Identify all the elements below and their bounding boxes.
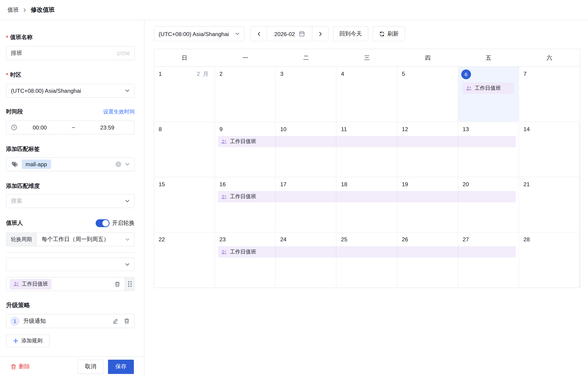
timezone-label: * 时区 — [6, 71, 135, 79]
time-range-separator: ~ — [62, 124, 85, 131]
add-rule-button[interactable]: 添加规则 — [6, 334, 50, 347]
calendar-day-cell[interactable]: 27 — [458, 232, 519, 287]
calendar-day-cell[interactable]: 6工作日值班 — [458, 67, 519, 122]
calendar-day-cell[interactable]: 18 — [336, 177, 397, 232]
duty-event-chip[interactable]: 工作日值班 — [463, 83, 514, 94]
match-dimension-label: 添加匹配维度 — [6, 183, 135, 190]
breadcrumb: 值班 修改值班 — [8, 6, 55, 14]
time-range-input[interactable]: 00:00 ~ 23:59 — [6, 120, 135, 135]
calendar-timezone-select[interactable]: (UTC+08:00) Asia/Shanghai — [154, 26, 244, 41]
add-member-select[interactable] — [6, 258, 135, 271]
calendar-day-cell[interactable]: 23 — [215, 232, 276, 287]
chevron-down-icon — [125, 162, 130, 167]
clear-icon[interactable]: × — [116, 161, 121, 167]
add-rule-label: 添加规则 — [21, 338, 43, 344]
calendar-day-cell[interactable]: 14 — [519, 122, 580, 177]
duty-name-input[interactable]: 排班 2/256 — [6, 46, 135, 60]
char-counter: 2/256 — [116, 50, 134, 56]
people-icon — [221, 194, 227, 200]
time-range-label: 时间段 — [6, 108, 23, 115]
required-asterisk: * — [6, 34, 8, 41]
chevron-down-icon — [125, 88, 130, 93]
form-footer: 删除 取消 保存 — [0, 356, 144, 377]
match-dimension-select[interactable]: 搜索 — [6, 194, 135, 208]
escalation-label: 升级策略 — [6, 301, 135, 309]
weekday-label: 二 — [276, 49, 336, 66]
calendar-day-cell[interactable]: 20 — [458, 177, 519, 232]
delete-button[interactable]: 删除 — [11, 363, 30, 370]
calendar-day-cell[interactable]: 7 — [519, 67, 580, 122]
calendar-day-cell[interactable]: 10 — [276, 122, 336, 177]
calendar-day-cell[interactable]: 8 — [154, 122, 215, 177]
prev-month-button[interactable] — [251, 27, 267, 41]
calendar-day-cell[interactable]: 25 — [336, 232, 397, 287]
calendar-day-cell[interactable]: 17 — [276, 177, 336, 232]
date-number: 14 — [523, 126, 530, 132]
next-month-button[interactable] — [312, 27, 328, 41]
calendar-day-cell[interactable]: 11 — [336, 122, 397, 177]
chevron-left-icon — [256, 31, 261, 36]
cancel-button[interactable]: 取消 — [78, 360, 103, 374]
calendar-day-cell[interactable]: 15 — [154, 177, 215, 232]
month-value: 2026-02 — [274, 31, 295, 37]
refresh-button[interactable]: 刷新 — [373, 26, 405, 41]
duty-event-bar[interactable]: 工作日值班 — [218, 191, 516, 202]
date-number: 3 — [280, 71, 283, 77]
calendar-day-cell[interactable]: 16 — [215, 177, 276, 232]
date-number: 9 — [220, 126, 223, 132]
duty-event-bar[interactable]: 工作日值班 — [218, 136, 516, 147]
tag-chip[interactable]: mall-app — [22, 160, 51, 169]
timezone-select[interactable]: (UTC+08:00) Asia/Shanghai — [6, 84, 135, 98]
date-number: 2 — [220, 71, 223, 77]
match-tags-select[interactable]: mall-app × — [6, 157, 135, 171]
weekday-label: 日 — [154, 49, 215, 66]
start-time-value[interactable]: 00:00 — [17, 124, 62, 131]
set-effective-time-link[interactable]: 设置生效时间 — [103, 108, 135, 115]
calendar-day-cell[interactable]: 24 — [276, 232, 336, 287]
month-picker[interactable]: 2026-02 — [267, 27, 312, 41]
page-title: 修改值班 — [31, 6, 55, 14]
end-time-value[interactable]: 23:59 — [85, 124, 130, 131]
calendar-day-cell[interactable]: 2 — [215, 67, 276, 122]
date-number: 27 — [463, 236, 469, 243]
calendar-day-cell[interactable]: 28 — [519, 232, 580, 287]
date-number: 21 — [523, 181, 530, 187]
section-divider — [6, 252, 135, 253]
edit-icon[interactable] — [113, 318, 119, 324]
duty-event-bar[interactable]: 工作日值班 — [218, 246, 516, 258]
drag-handle[interactable] — [125, 277, 134, 290]
back-to-today-button[interactable]: 回到今天 — [333, 26, 368, 41]
calendar-day-cell[interactable]: 13 — [458, 122, 519, 177]
calendar-week-row: 15161718192021工作日值班 — [154, 177, 580, 232]
duty-name-value: 排班 — [6, 50, 117, 57]
month-start-label: 2 月 — [197, 71, 209, 78]
calendar-day-cell[interactable]: 9 — [215, 122, 276, 177]
trash-icon[interactable] — [114, 281, 120, 287]
member-chip[interactable]: 工作日值班 — [10, 279, 52, 289]
calendar-day-cell[interactable]: 3 — [276, 67, 336, 122]
calendar-day-cell[interactable]: 4 — [336, 67, 397, 122]
calendar-day-cell[interactable]: 22 — [154, 232, 215, 287]
date-number: 26 — [402, 236, 408, 243]
calendar-day-cell[interactable]: 12 月 — [154, 67, 215, 122]
timezone-value: (UTC+08:00) Asia/Shanghai — [6, 87, 125, 94]
date-number: 20 — [463, 181, 469, 187]
rotation-toggle[interactable] — [96, 219, 110, 227]
date-number: 12 — [402, 126, 408, 132]
calendar-day-cell[interactable]: 26 — [398, 232, 458, 287]
duty-event-label: 工作日值班 — [230, 138, 256, 145]
trash-icon[interactable] — [124, 318, 130, 324]
calendar-day-cell[interactable]: 12 — [398, 122, 458, 177]
save-button[interactable]: 保存 — [108, 360, 134, 374]
calendar-day-cell[interactable]: 21 — [519, 177, 580, 232]
date-number: 10 — [280, 126, 287, 132]
rotation-cycle-select[interactable]: 轮换周期 每个工作日（周一到周五） — [6, 232, 135, 246]
calendar-day-cell[interactable]: 19 — [398, 177, 458, 232]
breadcrumb-parent[interactable]: 值班 — [8, 6, 19, 13]
edit-duty-form: * 值班名称 排班 2/256 * 时区 (UTC+08:00) Asia/Sh… — [0, 20, 144, 377]
weekday-label: 四 — [398, 49, 458, 66]
rotation-toggle-label: 开启轮换 — [112, 220, 135, 227]
calendar-week-row: 12 月23456工作日值班7 — [154, 67, 580, 122]
weekday-label: 一 — [215, 49, 276, 66]
calendar-day-cell[interactable]: 5 — [398, 67, 458, 122]
